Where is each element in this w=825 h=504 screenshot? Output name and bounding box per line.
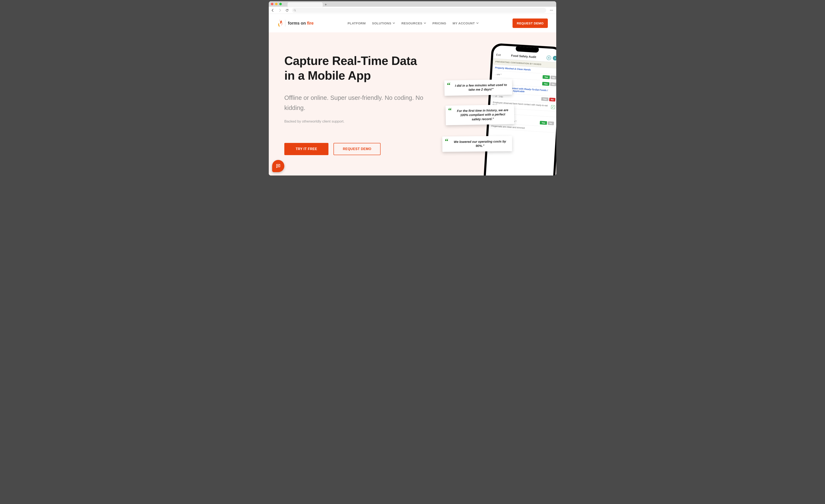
main-nav: PLATFORM SOLUTIONS RESOURCES PRICING MY … [348, 21, 479, 25]
browser-toolbar: ··· [269, 7, 556, 14]
quote-icon: “ [447, 82, 451, 89]
brand-text-part2: fire [307, 21, 313, 25]
nav-label: RESOURCES [401, 21, 422, 25]
yes-pill[interactable]: Yes [540, 121, 547, 125]
traffic-lights [271, 3, 282, 5]
field-label: …ure * [495, 73, 542, 78]
forward-button[interactable] [278, 8, 282, 13]
nav-solutions[interactable]: SOLUTIONS [372, 21, 395, 25]
testimonial-text: I did in a few minutes what used to take… [455, 83, 507, 91]
site-header: forms on fire PLATFORM SOLUTIONS RESOURC… [269, 14, 556, 32]
wifi-icon [549, 45, 552, 46]
request-demo-hero-button[interactable]: REQUEST DEMO [333, 143, 381, 155]
no-pill[interactable]: No [550, 76, 556, 80]
field-label: …d …t-to- [493, 95, 541, 100]
maximize-window-button[interactable] [279, 3, 282, 5]
phone-status-bar: 6:36 [494, 45, 556, 47]
try-it-free-button[interactable]: TRY IT FREE [284, 143, 328, 155]
testimonial-card: “ For the first time in history, we are … [446, 104, 514, 125]
address-bar[interactable] [292, 8, 546, 13]
yes-pill[interactable]: Yes [542, 82, 549, 86]
hero-heading: Capture Real-Time Data in a Mobile App [284, 53, 427, 83]
battery-icon [553, 45, 556, 46]
app-exit-button[interactable]: Exit [496, 53, 501, 56]
hero-visual: 6:36 Exit Food [427, 43, 556, 175]
flame-icon [277, 19, 283, 27]
nav-label: PRICING [433, 21, 446, 25]
hero-copy: Capture Real-Time Data in a Mobile App O… [284, 43, 427, 175]
browser-tab[interactable] [287, 2, 323, 7]
yes-pill[interactable]: Yes [541, 97, 548, 101]
close-window-button[interactable] [271, 3, 274, 5]
svg-rect-1 [545, 45, 546, 46]
cta-row: TRY IT FREE REQUEST DEMO [284, 143, 427, 155]
app-nav-arrows [546, 55, 556, 61]
back-button[interactable] [271, 8, 275, 13]
checkbox-checked[interactable]: ✓ [551, 105, 555, 109]
quote-icon: “ [445, 138, 448, 145]
minimize-window-button[interactable] [275, 3, 278, 5]
phone-status-icons [545, 45, 556, 46]
reload-button[interactable] [285, 8, 289, 13]
window-titlebar: + [269, 1, 556, 7]
testimonial-card: “ I did in a few minutes what used to ta… [444, 79, 512, 96]
browser-frame: + ··· [268, 0, 557, 177]
chevron-down-icon [424, 22, 426, 24]
chevron-down-icon [476, 22, 479, 24]
signal-icon [545, 45, 549, 46]
yes-pill[interactable]: Yes [542, 75, 550, 79]
hero-support-text: Backed by otherworldly client support. [284, 119, 427, 124]
testimonial-text: For the first time in history, we are 10… [457, 108, 508, 121]
svg-rect-3 [547, 45, 548, 46]
nav-my-account[interactable]: MY ACCOUNT [453, 21, 479, 25]
no-pill[interactable]: No [548, 121, 554, 125]
next-page-button[interactable] [553, 56, 556, 61]
search-icon [294, 9, 296, 12]
nav-label: SOLUTIONS [372, 21, 391, 25]
nav-resources[interactable]: RESOURCES [401, 21, 426, 25]
browser-menu-button[interactable]: ··· [549, 8, 554, 12]
chat-widget-button[interactable] [272, 160, 284, 172]
brand-text-part1: forms on [288, 21, 307, 25]
nav-label: MY ACCOUNT [453, 21, 475, 25]
browser-inner: + ··· [269, 1, 556, 175]
nav-pricing[interactable]: PRICING [433, 21, 446, 25]
testimonial-card: “ We lowered our operating costs by 90%.… [442, 136, 512, 152]
brand-text: forms on fire [288, 21, 313, 26]
no-pill[interactable]: No [549, 97, 555, 101]
tab-bar: + [287, 2, 327, 7]
prev-page-button[interactable] [546, 55, 551, 60]
brand-logo[interactable]: forms on fire [277, 19, 313, 27]
nav-platform[interactable]: PLATFORM [348, 21, 366, 25]
new-tab-button[interactable]: + [325, 3, 327, 6]
chat-icon [276, 163, 281, 168]
testimonial-text: We lowered our operating costs by 90%." [454, 140, 506, 148]
hero-subheading: Offline or online. Super user-friendly. … [284, 93, 427, 113]
hero-section: Capture Real-Time Data in a Mobile App O… [269, 32, 556, 175]
request-demo-header-button[interactable]: REQUEST DEMO [513, 18, 548, 28]
svg-rect-2 [546, 45, 547, 46]
svg-rect-4 [548, 45, 549, 46]
chevron-down-icon [392, 22, 395, 24]
nav-label: PLATFORM [348, 21, 366, 25]
no-pill[interactable]: No [550, 82, 556, 86]
page-content: forms on fire PLATFORM SOLUTIONS RESOURC… [269, 14, 556, 175]
quote-icon: “ [448, 107, 452, 114]
app-title: Food Safety Audit [511, 54, 536, 59]
